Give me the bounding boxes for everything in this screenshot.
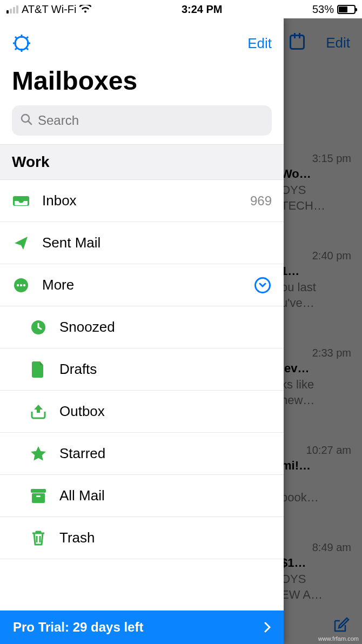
archive-icon xyxy=(29,489,48,503)
mailbox-allmail[interactable]: All Mail xyxy=(0,475,284,517)
battery-icon xyxy=(337,5,356,14)
mailbox-trash[interactable]: Trash xyxy=(0,517,284,559)
svg-point-12 xyxy=(17,284,19,286)
svg-point-14 xyxy=(23,284,25,286)
mailbox-snoozed[interactable]: Snoozed xyxy=(0,306,284,348)
snoozed-icon xyxy=(29,320,48,335)
mailbox-count: 969 xyxy=(250,193,272,209)
svg-line-7 xyxy=(15,48,17,50)
carrier-label: AT&T Wi-Fi xyxy=(22,3,76,16)
svg-line-10 xyxy=(29,122,32,125)
mailbox-label: More xyxy=(42,277,242,293)
wifi-icon xyxy=(79,5,91,14)
svg-line-8 xyxy=(26,37,28,39)
svg-point-13 xyxy=(20,284,22,286)
pro-trial-text: Pro Trial: 29 days left xyxy=(13,620,143,635)
inbox-icon xyxy=(12,194,30,207)
account-section-header: Work xyxy=(0,144,284,180)
mailbox-label: Drafts xyxy=(59,361,272,378)
mailbox-inbox[interactable]: Inbox 969 xyxy=(0,180,284,222)
svg-line-6 xyxy=(26,48,28,50)
svg-rect-17 xyxy=(32,493,45,503)
chevron-right-icon xyxy=(264,622,271,633)
page-title: Mailboxes xyxy=(0,58,284,105)
mailbox-label: Snoozed xyxy=(59,319,272,336)
mailbox-starred[interactable]: Starred xyxy=(0,433,284,475)
mailbox-more[interactable]: More xyxy=(0,264,284,306)
svg-rect-16 xyxy=(31,489,46,493)
edit-button[interactable]: Edit xyxy=(247,35,272,52)
mailboxes-sidebar: Edit Mailboxes Work Inbox 969 Sent Mail xyxy=(0,18,284,644)
search-input[interactable] xyxy=(38,113,263,128)
outbox-icon xyxy=(29,404,48,419)
mailbox-label: Sent Mail xyxy=(42,234,272,251)
expand-toggle[interactable] xyxy=(253,277,272,293)
more-icon xyxy=(12,278,30,293)
cellular-signal-icon xyxy=(6,5,18,14)
watermark: www.frfam.com xyxy=(318,635,359,642)
pro-trial-banner[interactable]: Pro Trial: 29 days left xyxy=(0,611,284,644)
mailbox-label: Starred xyxy=(59,445,272,462)
mailbox-drafts[interactable]: Drafts xyxy=(0,348,284,391)
mailbox-label: Inbox xyxy=(42,192,238,209)
search-icon xyxy=(21,113,32,128)
settings-gear-icon[interactable] xyxy=(12,33,31,53)
svg-line-5 xyxy=(15,37,17,39)
status-bar: AT&T Wi-Fi 3:24 PM 53% xyxy=(0,0,362,18)
mailbox-label: Outbox xyxy=(59,403,272,420)
sent-icon xyxy=(12,236,30,251)
search-field[interactable] xyxy=(12,105,272,136)
svg-rect-18 xyxy=(36,495,41,497)
mailbox-label: All Mail xyxy=(59,487,272,504)
mailbox-outbox[interactable]: Outbox xyxy=(0,391,284,433)
battery-percent: 53% xyxy=(312,3,334,16)
mailbox-label: Trash xyxy=(59,529,272,546)
trash-icon xyxy=(29,530,48,546)
drafts-icon xyxy=(29,361,48,378)
star-icon xyxy=(29,446,48,461)
mailbox-sent[interactable]: Sent Mail xyxy=(0,222,284,264)
chevron-down-icon xyxy=(254,277,271,293)
clock: 3:24 PM xyxy=(182,3,223,16)
